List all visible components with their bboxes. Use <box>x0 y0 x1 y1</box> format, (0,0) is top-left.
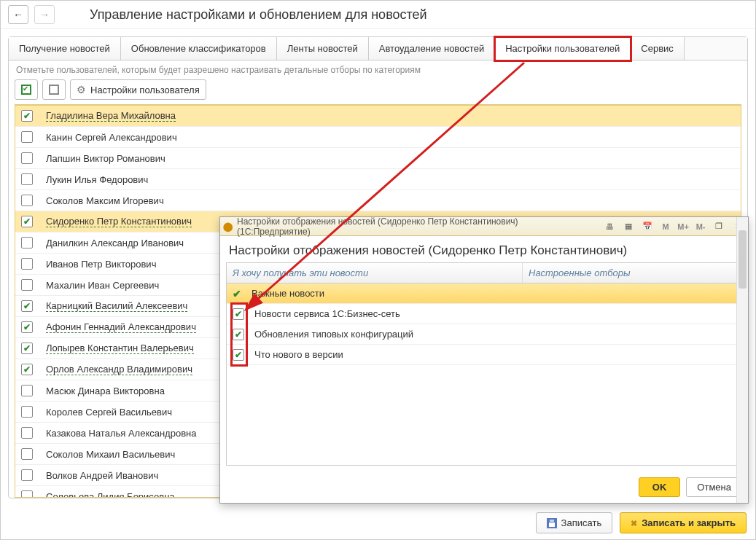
tab-5[interactable]: Сервис <box>631 37 685 60</box>
titlebar-restore-icon[interactable]: ❐ <box>712 220 726 233</box>
user-checkbox[interactable] <box>21 300 33 312</box>
titlebar-m-minus-button[interactable]: M- <box>694 220 707 233</box>
news-label: Новости сервиса 1С:Бизнес-сеть <box>254 308 400 319</box>
user-settings-label: Настройки пользователя <box>90 85 200 95</box>
save-label: Записать <box>561 517 602 528</box>
user-name: Королев Сергей Васильевич <box>46 407 172 418</box>
main-window: ← → Управление настройками и обновлением… <box>0 0 756 540</box>
user-checkbox[interactable] <box>21 469 33 481</box>
tab-1[interactable]: Обновление классификаторов <box>121 37 277 60</box>
check-all-icon <box>21 85 31 95</box>
footer-buttons: Записать Записать и закрыть <box>529 512 747 533</box>
user-name: Масюк Динара Викторовна <box>46 386 165 396</box>
user-checkbox[interactable] <box>21 237 33 249</box>
user-name: Махалин Иван Сергеевич <box>46 280 159 291</box>
header: ← → Управление настройками и обновлением… <box>1 1 755 29</box>
news-label: Что нового в версии <box>254 349 343 360</box>
user-name: Лопырев Константин Валерьевич <box>46 343 194 354</box>
news-checkbox[interactable] <box>233 308 244 320</box>
gear-icon <box>77 84 86 95</box>
dialog-table: Я хочу получать эти новости Настроенные … <box>226 262 742 466</box>
user-checkbox[interactable] <box>21 490 33 498</box>
dialog-heading: Настройки отображения новостей (Сидоренк… <box>220 236 748 262</box>
close-x-icon <box>631 517 637 528</box>
check-icon <box>233 288 246 300</box>
user-name: Иванов Петр Викторович <box>46 259 156 270</box>
nav-forward-button[interactable]: → <box>34 5 55 24</box>
user-checkbox[interactable] <box>21 321 33 333</box>
user-name: Лапшин Виктор Романович <box>46 153 165 164</box>
user-name: Соколов Михаил Васильевич <box>46 449 175 460</box>
app-icon: ⬤ <box>223 222 233 232</box>
news-label: Обновления типовых конфигураций <box>254 329 413 340</box>
news-settings-dialog: ⬤ Настройки отображения новостей (Сидоре… <box>219 216 749 504</box>
news-checkbox[interactable] <box>233 349 244 361</box>
user-checkbox[interactable] <box>21 448 33 460</box>
user-checkbox[interactable] <box>21 343 33 354</box>
user-checkbox[interactable] <box>21 216 33 227</box>
user-checkbox[interactable] <box>21 110 33 122</box>
user-name: Сидоренко Петр Константинович <box>46 216 192 227</box>
tab-bar: Получение новостейОбновление классификат… <box>9 37 747 60</box>
page-title: Управление настройками и обновлением для… <box>90 7 427 23</box>
toolbar: Настройки пользователя <box>9 77 747 103</box>
dialog-col2-header: Настроенные отборы <box>523 263 741 283</box>
save-close-button[interactable]: Записать и закрыть <box>620 512 747 533</box>
tab-0[interactable]: Получение новостей <box>9 37 121 60</box>
dialog-window-title: Настройки отображения новостей (Сидоренк… <box>237 216 593 237</box>
user-name: Данилкин Александр Иванович <box>46 238 184 249</box>
news-label: Важные новости <box>252 288 324 299</box>
user-row[interactable]: Лукин Илья Федорович <box>15 169 741 190</box>
user-checkbox[interactable] <box>21 364 33 375</box>
titlebar-m-plus-button[interactable]: M+ <box>677 220 690 233</box>
user-checkbox[interactable] <box>21 258 33 270</box>
save-close-label: Записать и закрыть <box>642 517 736 528</box>
dialog-row[interactable]: Что нового в версии <box>227 345 741 365</box>
dialog-cancel-button[interactable]: Отмена <box>686 477 742 497</box>
user-settings-button[interactable]: Настройки пользователя <box>70 79 206 100</box>
user-name: Соловьева Лидия Борисовна <box>46 491 175 498</box>
user-name: Волков Андрей Иванович <box>46 470 158 481</box>
user-checkbox[interactable] <box>21 279 33 291</box>
dialog-col1-header: Я хочу получать эти новости <box>227 263 523 283</box>
user-name: Карницкий Василий Алексеевич <box>46 300 187 312</box>
user-checkbox[interactable] <box>21 195 33 206</box>
user-row[interactable]: Канин Сергей Александрович <box>15 127 741 148</box>
titlebar-calc-icon[interactable]: ▦ <box>621 220 636 233</box>
uncheck-all-button[interactable] <box>42 79 66 100</box>
tab-2[interactable]: Ленты новостей <box>277 37 369 60</box>
tab-3[interactable]: Автоудаление новостей <box>369 37 495 60</box>
user-name: Лукин Илья Федорович <box>46 174 148 185</box>
user-checkbox[interactable] <box>21 385 33 396</box>
dialog-row[interactable]: Обновления типовых конфигураций <box>227 324 741 345</box>
check-all-button[interactable] <box>15 79 38 100</box>
dialog-ok-button[interactable]: OK <box>639 477 681 497</box>
user-name: Канин Сергей Александрович <box>46 132 177 143</box>
user-name: Гладилина Вера Михайловна <box>46 110 176 122</box>
user-checkbox[interactable] <box>21 406 33 418</box>
dialog-titlebar: ⬤ Настройки отображения новостей (Сидоре… <box>220 217 748 236</box>
user-name: Соколов Максим Игоревич <box>46 195 164 206</box>
user-name: Орлов Александр Владимирович <box>46 364 192 375</box>
save-button[interactable]: Записать <box>536 512 613 533</box>
tab-4[interactable]: Настройки пользователей <box>495 37 631 60</box>
dialog-table-head: Я хочу получать эти новости Настроенные … <box>227 263 741 283</box>
scrollbar-thumb[interactable] <box>739 230 747 289</box>
user-name: Казакова Наталья Александровна <box>46 428 196 439</box>
dialog-row[interactable]: Важные новости <box>227 283 741 304</box>
user-checkbox[interactable] <box>21 173 33 185</box>
user-checkbox[interactable] <box>21 427 33 439</box>
user-checkbox[interactable] <box>21 152 33 164</box>
titlebar-print-icon[interactable]: 🖶 <box>602 220 617 233</box>
news-checkbox[interactable] <box>233 329 244 340</box>
uncheck-all-icon <box>49 85 59 95</box>
user-checkbox[interactable] <box>21 131 33 143</box>
user-row[interactable]: Лапшин Виктор Романович <box>15 148 741 169</box>
user-row[interactable]: Гладилина Вера Михайловна <box>15 106 741 127</box>
titlebar-m-button[interactable]: M <box>659 220 672 233</box>
dialog-row[interactable]: Новости сервиса 1С:Бизнес-сеть <box>227 304 741 324</box>
titlebar-calendar-icon[interactable]: 📅 <box>640 220 655 233</box>
user-row[interactable]: Соколов Максим Игоревич <box>15 190 741 211</box>
nav-back-button[interactable]: ← <box>8 5 28 24</box>
dialog-scrollbar[interactable] <box>736 217 748 503</box>
